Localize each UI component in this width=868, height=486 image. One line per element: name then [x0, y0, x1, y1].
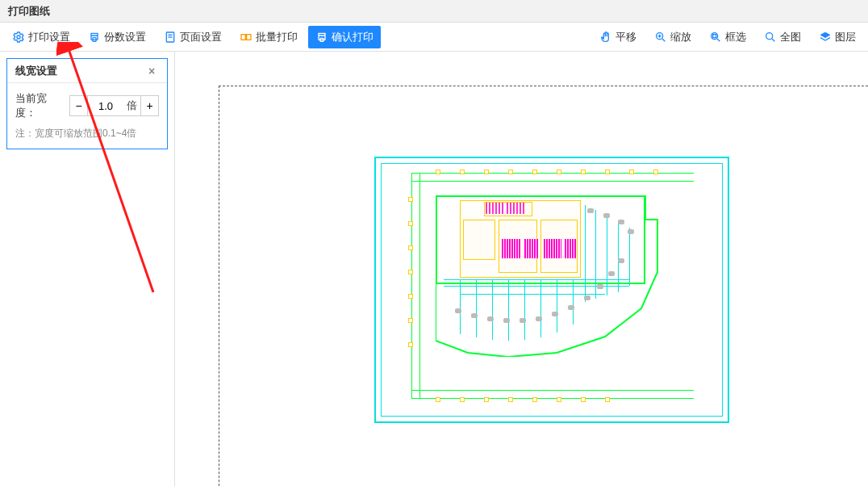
print-boundary	[219, 86, 868, 486]
fit-icon	[764, 31, 777, 44]
svg-rect-8	[319, 36, 325, 40]
panel-body: 当前宽度： − 倍 + 注：宽度可缩放范围0.1~4倍	[7, 83, 167, 149]
fit-button[interactable]: 全图	[757, 26, 808, 48]
canvas[interactable]	[174, 52, 868, 486]
page-setup-button[interactable]: 页面设置	[156, 26, 229, 48]
panel-close-button[interactable]: ×	[144, 64, 159, 78]
toolbar: 打印设置 份数设置 页面设置 批量打印 确认打印 平移	[0, 23, 868, 52]
stepper-plus[interactable]: +	[140, 96, 158, 115]
window-title: 打印图纸	[0, 0, 868, 23]
batch-icon	[240, 31, 252, 44]
zoom-button[interactable]: 缩放	[647, 26, 699, 48]
svg-point-0	[17, 36, 20, 39]
width-input[interactable]	[88, 96, 123, 115]
side-panel-container: 线宽设置 × 当前宽度： − 倍 + 注：宽度可缩放范围0.1~4倍	[0, 52, 174, 486]
batch-print-button[interactable]: 批量打印	[232, 26, 305, 48]
confirm-print-label: 确认打印	[332, 30, 373, 44]
svg-point-17	[766, 32, 773, 39]
copies-button[interactable]: 份数设置	[81, 26, 153, 48]
content-area: 线宽设置 × 当前宽度： − 倍 + 注：宽度可缩放范围0.1~4倍	[0, 52, 868, 486]
select-icon	[709, 31, 722, 44]
layers-label: 图层	[835, 30, 856, 44]
box-select-button[interactable]: 框选	[702, 26, 753, 48]
pan-button[interactable]: 平移	[592, 26, 644, 48]
drawing-sheet	[374, 157, 729, 423]
layers-icon	[819, 31, 832, 44]
confirm-print-button[interactable]: 确认打印	[308, 26, 381, 48]
zoom-label: 缩放	[670, 30, 691, 44]
gear-icon	[12, 31, 25, 44]
print-icon	[315, 31, 328, 44]
page-icon	[164, 31, 177, 44]
copies-label: 份数设置	[104, 30, 146, 44]
svg-line-18	[772, 39, 774, 41]
print-settings-label: 打印设置	[28, 30, 70, 44]
stepper-minus[interactable]: −	[70, 96, 88, 115]
hand-icon	[599, 31, 612, 44]
line-width-panel: 线宽设置 × 当前宽度： − 倍 + 注：宽度可缩放范围0.1~4倍	[6, 58, 168, 149]
svg-rect-16	[713, 34, 716, 37]
floor-plan	[411, 173, 694, 399]
pan-label: 平移	[616, 30, 636, 44]
width-stepper[interactable]: − 倍 +	[69, 95, 159, 116]
layers-button[interactable]: 图层	[812, 26, 863, 48]
width-note: 注：宽度可缩放范围0.1~4倍	[15, 127, 159, 140]
svg-point-14	[712, 32, 718, 39]
width-row: 当前宽度： − 倍 +	[15, 91, 159, 120]
width-unit: 倍	[127, 98, 137, 113]
svg-line-15	[717, 39, 720, 41]
page-setup-label: 页面设置	[180, 30, 222, 44]
panel-title: 线宽设置	[15, 64, 57, 78]
fit-label: 全图	[780, 30, 801, 44]
width-label: 当前宽度：	[15, 91, 66, 120]
box-select-label: 框选	[725, 30, 746, 44]
panel-header: 线宽设置 ×	[7, 59, 167, 83]
title-text: 打印图纸	[8, 5, 50, 17]
svg-line-11	[662, 39, 665, 41]
zoom-icon	[654, 31, 667, 44]
print-settings-button[interactable]: 打印设置	[5, 26, 77, 48]
batch-print-label: 批量打印	[256, 30, 298, 44]
copies-icon	[88, 31, 101, 44]
